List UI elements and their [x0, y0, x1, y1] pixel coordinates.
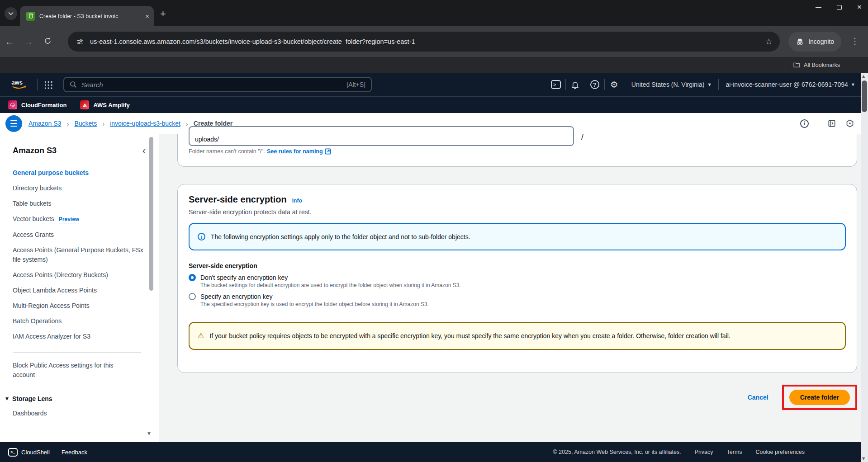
sidebar-item-multi-region-access-points[interactable]: Multi-Region Access Points	[13, 301, 146, 311]
preview-badge[interactable]: Preview	[59, 216, 79, 223]
info-icon: i	[198, 233, 205, 240]
tab-search-chevron-button[interactable]	[5, 7, 17, 20]
footer-feedback-button[interactable]: Feedback	[62, 449, 87, 456]
footer-link-privacy[interactable]: Privacy	[695, 449, 713, 455]
sidebar-item-batch-operations[interactable]: Batch Operations	[13, 316, 146, 326]
tab-title: Create folder - S3 bucket invoic	[39, 13, 142, 19]
hexagon-tool-icon[interactable]	[845, 119, 854, 128]
radio-unselected-icon[interactable]	[189, 293, 196, 300]
cloudshell-icon: >_	[8, 448, 18, 457]
sidebar-item-object-lambda-access-points[interactable]: Object Lambda Access Points	[13, 286, 146, 295]
all-bookmarks-label: All Bookmarks	[804, 62, 840, 68]
site-info-icon[interactable]	[76, 38, 84, 46]
bookmark-star-icon[interactable]: ☆	[765, 37, 773, 47]
page-info-icon[interactable]: i	[800, 119, 809, 128]
header-divider	[37, 79, 38, 90]
region-selector[interactable]: United States (N. Virginia) ▼	[624, 81, 718, 88]
tab-close-icon[interactable]: ×	[145, 12, 149, 20]
form-actions: Cancel Create folder	[177, 385, 857, 410]
aws-search-box[interactable]: Search [Alt+S]	[63, 77, 372, 92]
radio-option-dont-specify[interactable]: Don't specify an encryption key	[189, 274, 846, 281]
new-tab-button[interactable]: +	[160, 9, 166, 19]
browser-toolbar: ← → us-east-1.console.aws.amazon.com/s3/…	[0, 26, 868, 57]
sidebar-group-storage-lens[interactable]: ▼ Storage Lens	[5, 395, 146, 402]
svg-text:aws: aws	[11, 79, 23, 86]
folder-icon	[793, 62, 800, 68]
cloudformation-icon	[8, 100, 17, 109]
breadcrumb-separator: ›	[102, 120, 104, 127]
folder-name-helper: Folder names can't contain "/". See rule…	[189, 148, 331, 155]
footer-cloudshell-button[interactable]: >_ CloudShell	[8, 448, 50, 457]
sidebar-item-access-grants[interactable]: Access Grants	[13, 230, 146, 240]
main-content: / Folder names can't contain "/". See ru…	[159, 134, 861, 442]
notifications-bell-icon[interactable]	[566, 80, 585, 89]
breadcrumb-link[interactable]: Buckets	[74, 120, 97, 127]
naming-rules-link[interactable]: See rules for naming	[267, 148, 331, 155]
scroll-down-icon[interactable]: ▼	[862, 457, 865, 461]
window-minimize-button[interactable]	[816, 7, 821, 8]
sidebar-item-access-points-directory[interactable]: Access Points (Directory Buckets)	[13, 270, 146, 280]
sidebar-item-table-buckets[interactable]: Table buckets	[13, 199, 146, 208]
incognito-badge: Incognito	[788, 32, 841, 52]
create-folder-button[interactable]: Create folder	[789, 390, 850, 405]
help-icon[interactable]: ?	[585, 80, 604, 89]
page-scrollbar-thumb[interactable]	[862, 80, 867, 112]
copyright-text: © 2025, Amazon Web Services, Inc. or its…	[553, 449, 681, 455]
window-controls: ×	[816, 5, 862, 10]
incognito-icon	[796, 38, 804, 46]
window-close-button[interactable]: ×	[857, 5, 862, 10]
sidebar-scroll-down-icon[interactable]: ▼	[147, 431, 151, 436]
favorite-label: AWS Amplify	[93, 102, 129, 108]
url-text[interactable]: us-east-1.console.aws.amazon.com/s3/buck…	[90, 38, 765, 45]
url-bar[interactable]: us-east-1.console.aws.amazon.com/s3/buck…	[68, 32, 780, 52]
breadcrumb-link[interactable]: Amazon S3	[28, 120, 61, 127]
reload-button[interactable]	[38, 37, 57, 47]
window-maximize-button[interactable]	[837, 5, 842, 10]
sidebar-scrollbar-thumb[interactable]	[149, 137, 153, 291]
account-menu[interactable]: ai-invoice-scanner-user @ 6762-0691-7094…	[719, 81, 854, 88]
folder-name-input[interactable]	[189, 126, 574, 146]
sidebar-item-block-public-access[interactable]: Block Public Access settings for this ac…	[13, 361, 146, 380]
cloudshell-terminal-icon[interactable]: >_	[546, 80, 565, 89]
browser-tab[interactable]: Create folder - S3 bucket invoic ×	[20, 6, 154, 26]
all-bookmarks-button[interactable]: All Bookmarks	[793, 62, 840, 68]
settings-gear-icon[interactable]: ⚙	[605, 79, 624, 90]
sidebar: Amazon S3 ‹ General purpose buckets Dire…	[0, 134, 159, 442]
region-label: United States (N. Virginia)	[631, 81, 705, 88]
aws-favorites-bar: CloudFormation AWS Amplify	[0, 96, 868, 113]
radio-option-description: The bucket settings for default encrypti…	[200, 282, 846, 288]
services-grid-icon[interactable]	[44, 80, 52, 89]
sidebar-collapse-icon[interactable]: ‹	[142, 147, 146, 155]
sidebar-item-access-points-gpb[interactable]: Access Points (General Purpose Buckets, …	[13, 245, 146, 264]
radio-selected-icon[interactable]	[189, 274, 196, 281]
sidebar-item-directory-buckets[interactable]: Directory buckets	[13, 184, 146, 193]
info-link[interactable]: Info	[292, 198, 302, 204]
sidebar-item-general-purpose-buckets[interactable]: General purpose buckets	[13, 168, 146, 178]
sidebar-item-dashboards[interactable]: Dashboards	[13, 409, 146, 418]
favorite-cloudformation[interactable]: CloudFormation	[8, 100, 66, 109]
sidebar-divider	[13, 352, 141, 353]
scroll-up-icon[interactable]: ▲	[862, 74, 865, 78]
console-footer: >_ CloudShell Feedback © 2025, Amazon We…	[0, 442, 868, 462]
section-title: Server-side encryption	[189, 194, 287, 205]
docs-panel-icon[interactable]	[827, 119, 836, 128]
aws-logo[interactable]: aws	[9, 78, 30, 91]
warning-alert-text: If your bucket policy requires objects t…	[209, 330, 730, 341]
sidebar-item-vector-buckets[interactable]: Vector bucketsPreview	[13, 214, 146, 224]
cancel-button[interactable]: Cancel	[748, 394, 768, 401]
search-shortcut: [Alt+S]	[346, 81, 365, 88]
page-scrollbar[interactable]: ▲ ▼	[861, 73, 868, 462]
s3-favicon-icon	[26, 12, 35, 21]
back-button[interactable]: ←	[0, 37, 19, 47]
side-menu-button[interactable]	[5, 115, 22, 132]
sidebar-item-iam-access-analyzer[interactable]: IAM Access Analyzer for S3	[13, 332, 146, 341]
breadcrumb-link[interactable]: invoice-upload-s3-bucket	[110, 120, 180, 127]
breadcrumb-separator: ›	[186, 120, 188, 127]
browser-menu-icon[interactable]: ⋮	[851, 36, 859, 46]
sidebar-scrollbar[interactable]	[149, 135, 154, 441]
footer-link-cookie-preferences[interactable]: Cookie preferences	[756, 449, 805, 455]
forward-button[interactable]: →	[19, 37, 38, 47]
radio-option-specify[interactable]: Specify an encryption key	[189, 293, 846, 300]
footer-link-terms[interactable]: Terms	[727, 449, 742, 455]
favorite-aws-amplify[interactable]: AWS Amplify	[80, 100, 129, 109]
